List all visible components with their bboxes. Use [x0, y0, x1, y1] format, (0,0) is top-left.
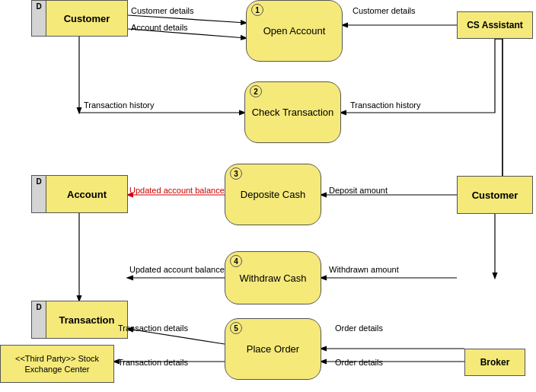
account-actor: D Account	[31, 175, 128, 213]
num-withdraw-cash: 4	[230, 255, 242, 267]
transaction-actor: D Transaction	[31, 301, 128, 339]
num-open-account: 1	[251, 4, 263, 16]
label-order-details-2: Order details	[335, 358, 383, 367]
label-deposit-amount: Deposit amount	[329, 186, 388, 195]
usecase-withdraw-cash: 4 Withdraw Cash	[225, 251, 321, 304]
label-account-details: Account details	[131, 23, 188, 32]
label-place-order: Place Order	[247, 343, 299, 355]
num-place-order: 5	[230, 322, 242, 334]
usecase-open-account: 1 Open Account	[246, 0, 343, 62]
actor-d-tab-transaction: D	[31, 301, 46, 339]
label-transaction-history-right: Transaction history	[350, 100, 421, 110]
actor-d-tab-customer-top: D	[31, 0, 46, 37]
label-customer-details-1: Customer details	[131, 6, 194, 15]
cs-assistant-actor: CS Assistant	[457, 11, 533, 39]
actor-label-customer-top: Customer	[46, 0, 128, 37]
actor-d-tab-account: D	[31, 175, 46, 213]
label-check-transaction: Check Transaction	[252, 107, 334, 118]
customer-right-actor: Customer	[457, 176, 533, 214]
diagram: D Customer 1 Open Account CS Assistant 2…	[0, 0, 536, 392]
label-withdrawn-amount: Withdrawn amount	[329, 265, 399, 274]
label-open-account: Open Account	[263, 25, 326, 37]
usecase-place-order: 5 Place Order	[225, 318, 321, 380]
actor-label-account: Account	[46, 175, 128, 213]
usecase-check-transaction: 2 Check Transaction	[244, 81, 341, 143]
label-order-details-1: Order details	[335, 323, 383, 333]
label-transaction-details-2: Transaction details	[118, 358, 188, 367]
svg-line-0	[128, 15, 246, 23]
num-deposite-cash: 3	[230, 167, 242, 180]
label-customer-details-2: Customer details	[353, 6, 416, 15]
num-check-transaction: 2	[250, 85, 262, 97]
label-deposite-cash: Deposite Cash	[241, 189, 305, 200]
label-transaction-history-left: Transaction history	[84, 100, 155, 110]
label-transaction-details-1: Transaction details	[118, 323, 188, 333]
customer-top-actor: D Customer	[31, 0, 128, 37]
label-updated-balance-1: Updated account balance	[129, 186, 225, 195]
broker-actor: Broker	[464, 349, 525, 376]
label-withdraw-cash: Withdraw Cash	[239, 272, 306, 284]
usecase-deposite-cash: 3 Deposite Cash	[225, 164, 321, 225]
actor-label-transaction: Transaction	[46, 301, 128, 339]
label-updated-balance-2: Updated account balance	[129, 265, 225, 274]
stock-exchange-actor: <<Third Party>> Stock Exchange Center	[0, 345, 114, 383]
